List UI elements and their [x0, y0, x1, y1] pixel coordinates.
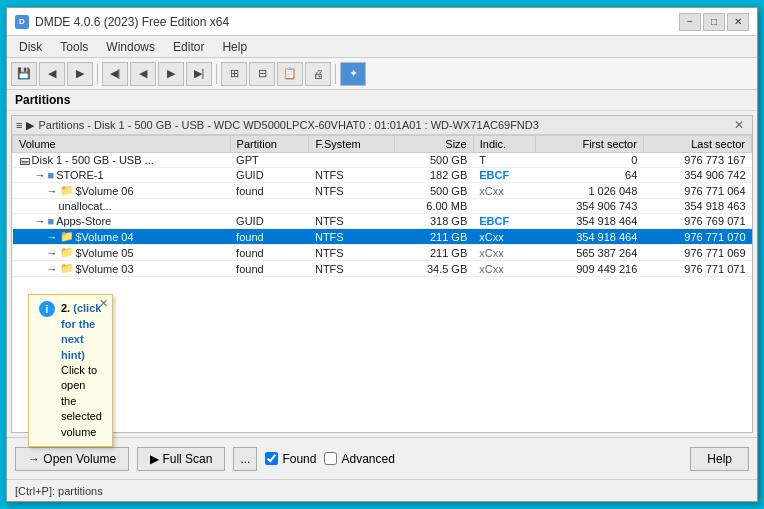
cell-volume: → 📁 $Volume 06	[13, 183, 231, 199]
col-last[interactable]: Last sector	[643, 136, 751, 153]
menu-tools[interactable]: Tools	[52, 38, 96, 56]
cell-first: 64	[535, 168, 643, 183]
partitions-table: Volume Partition F.System Size Indic. Fi…	[12, 135, 752, 277]
cell-fsystem	[309, 153, 395, 168]
cell-first: 354 906 743	[535, 199, 643, 214]
cell-last: 976 771 070	[643, 229, 751, 245]
arrow-icon: →	[47, 263, 58, 275]
advanced-checkbox-label[interactable]: Advanced	[324, 452, 394, 466]
full-scan-button[interactable]: ▶ Full Scan	[137, 447, 225, 471]
menu-windows[interactable]: Windows	[98, 38, 163, 56]
minimize-button[interactable]: −	[679, 13, 701, 31]
found-checkbox[interactable]	[265, 452, 278, 465]
folder-icon: 📁	[60, 230, 74, 243]
table-row[interactable]: → ■ Apps-Store GUID NTFS 318 GB EBCF 354…	[13, 214, 752, 229]
toolbar: 💾 ◀ ▶ ◀| ◀ ▶ ▶| ⊞ ⊟ 📋 🖨 ✦	[7, 58, 757, 90]
cell-size: 318 GB	[395, 214, 473, 229]
toolbar-btn-5[interactable]: ▶|	[186, 62, 212, 86]
cell-size: 500 GB	[395, 183, 473, 199]
cell-indic: xCxx	[473, 261, 535, 277]
cell-first: 909 449 216	[535, 261, 643, 277]
advanced-label: Advanced	[341, 452, 394, 466]
tooltip-box[interactable]: i 2. (click for the next hint) Click to …	[28, 294, 113, 447]
app-icon: D	[15, 15, 29, 29]
close-button[interactable]: ✕	[727, 13, 749, 31]
col-indic[interactable]: Indic.	[473, 136, 535, 153]
cell-last: 976 771 064	[643, 183, 751, 199]
found-checkbox-label[interactable]: Found	[265, 452, 316, 466]
vol-icon: ■	[48, 169, 55, 181]
table-row[interactable]: → 📁 $Volume 05 found NTFS 211 GB xCxx 56…	[13, 245, 752, 261]
panel-close-btn[interactable]: ✕	[730, 118, 748, 132]
cell-last: 976 771 069	[643, 245, 751, 261]
cell-fsystem: NTFS	[309, 229, 395, 245]
arrow-icon: →	[47, 185, 58, 197]
maximize-button[interactable]: □	[703, 13, 725, 31]
help-button[interactable]: Help	[690, 447, 749, 471]
cell-indic: xCxx	[473, 229, 535, 245]
panel-menu-icon[interactable]: ≡	[16, 119, 22, 131]
toolbar-back-btn[interactable]: ◀	[39, 62, 65, 86]
open-volume-button[interactable]: → Open Volume	[15, 447, 129, 471]
table-row[interactable]: → ■ STORE-1 GUID NTFS 182 GB EBCF 64 354…	[13, 168, 752, 183]
cell-partition: found	[230, 183, 309, 199]
panel-title: Partitions - Disk 1 - 500 GB - USB - WDC…	[38, 119, 538, 131]
toolbar-special-btn[interactable]: ✦	[340, 62, 366, 86]
cell-fsystem: NTFS	[309, 261, 395, 277]
toolbar-disk-btn[interactable]: 💾	[11, 62, 37, 86]
hdd-icon: 🖴	[19, 154, 30, 166]
panel-play-icon[interactable]: ▶	[26, 119, 34, 132]
toolbar-btn-3[interactable]: ◀	[130, 62, 156, 86]
cell-last: 354 906 742	[643, 168, 751, 183]
vol-icon: ■	[48, 215, 55, 227]
col-size[interactable]: Size	[395, 136, 473, 153]
toolbar-btn-9[interactable]: 🖨	[305, 62, 331, 86]
cell-last: 976 771 071	[643, 261, 751, 277]
cell-volume: → ■ STORE-1	[13, 168, 231, 183]
cell-indic: EBCF	[473, 168, 535, 183]
toolbar-btn-7[interactable]: ⊟	[249, 62, 275, 86]
main-window: D DMDE 4.0.6 (2023) Free Edition x64 − □…	[6, 7, 758, 502]
table-row[interactable]: → 📁 $Volume 06 found NTFS 500 GB xCxx 1 …	[13, 183, 752, 199]
menu-editor[interactable]: Editor	[165, 38, 212, 56]
col-volume[interactable]: Volume	[13, 136, 231, 153]
cell-partition: GUID	[230, 214, 309, 229]
tooltip-body: Click to open the selected volume	[61, 363, 102, 440]
toolbar-btn-4[interactable]: ▶	[158, 62, 184, 86]
tooltip-close-btn[interactable]: ✕	[99, 297, 108, 310]
table-row[interactable]: 🖴 Disk 1 - 500 GB - USB ... GPT 500 GB T…	[13, 153, 752, 168]
found-label: Found	[282, 452, 316, 466]
advanced-checkbox[interactable]	[324, 452, 337, 465]
menu-disk[interactable]: Disk	[11, 38, 50, 56]
col-first[interactable]: First sector	[535, 136, 643, 153]
toolbar-play-btn[interactable]: ▶	[67, 62, 93, 86]
status-bar: [Ctrl+P]: partitions	[7, 479, 757, 501]
cell-indic	[473, 199, 535, 214]
toolbar-sep-3	[335, 64, 336, 84]
toolbar-btn-2[interactable]: ◀|	[102, 62, 128, 86]
col-fsystem[interactable]: F.System	[309, 136, 395, 153]
cell-fsystem: NTFS	[309, 245, 395, 261]
table-row[interactable]: unallocat... 6.00 MB 354 906 743 354 918…	[13, 199, 752, 214]
dots-button[interactable]: ...	[233, 447, 257, 471]
menu-help[interactable]: Help	[214, 38, 255, 56]
toolbar-btn-8[interactable]: 📋	[277, 62, 303, 86]
col-partition[interactable]: Partition	[230, 136, 309, 153]
toolbar-btn-6[interactable]: ⊞	[221, 62, 247, 86]
table-area[interactable]: Volume Partition F.System Size Indic. Fi…	[12, 135, 752, 432]
cell-last: 976 773 167	[643, 153, 751, 168]
title-bar: D DMDE 4.0.6 (2023) Free Edition x64 − □…	[7, 8, 757, 36]
main-area: ≡ ▶ Partitions - Disk 1 - 500 GB - USB -…	[7, 111, 757, 437]
cell-indic: xCxx	[473, 183, 535, 199]
table-row[interactable]: → 📁 $Volume 03 found NTFS 34.5 GB xCxx 9…	[13, 261, 752, 277]
cell-fsystem: NTFS	[309, 214, 395, 229]
arrow-icon: →	[47, 247, 58, 259]
cell-size: 211 GB	[395, 245, 473, 261]
partitions-panel: ≡ ▶ Partitions - Disk 1 - 500 GB - USB -…	[11, 115, 753, 433]
arrow-icon: →	[47, 231, 58, 243]
cell-partition: found	[230, 261, 309, 277]
cell-first: 354 918 464	[535, 229, 643, 245]
cell-first: 0	[535, 153, 643, 168]
panel-header: ≡ ▶ Partitions - Disk 1 - 500 GB - USB -…	[12, 116, 752, 135]
table-row[interactable]: → 📁 $Volume 04 found NTFS 211 GB xCxx 35…	[13, 229, 752, 245]
